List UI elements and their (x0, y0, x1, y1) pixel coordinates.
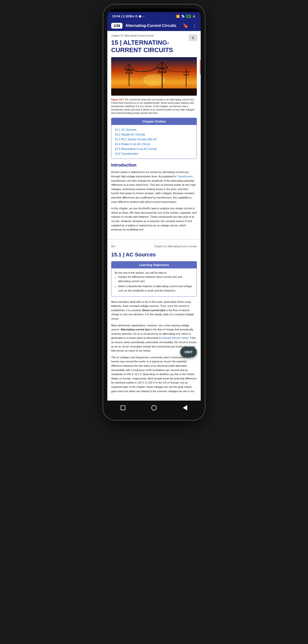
header-title: Alternating-Current Circuits (125, 24, 180, 28)
bookmark-icon[interactable]: 🔖 (183, 23, 189, 28)
ac-bold: Alternating current (ac) (120, 328, 150, 331)
page-footer: 662 Chapter 15 | Alternating-Current Cir… (111, 243, 197, 248)
page-indicator: 1/38 (111, 23, 122, 28)
section-15-1-heading: 15.1 | AC Sources (111, 252, 197, 258)
section-num-5: 15.5 (115, 147, 121, 151)
intro-paragraph-2: In this chapter, we use Kirchhoff's laws… (111, 206, 197, 232)
figure-caption-text: The current we draw into our houses is a… (111, 98, 195, 114)
dc-bold: Direct current (dc) (142, 309, 165, 312)
square-icon (120, 406, 125, 410)
chapter-heading: 15 | ALTERNATING-CURRENT CIRCUITS (111, 39, 197, 54)
svg-rect-2 (129, 64, 129, 86)
svg-rect-11 (158, 72, 167, 72)
section-paragraph-3: The ac voltages and frequencies commonly… (111, 356, 197, 393)
circle-icon (151, 405, 157, 410)
section-num-4: 15.4 (115, 142, 121, 146)
header-bar: 1/38 Alternating-Current Circuits 🔖 ⋮ (107, 20, 201, 31)
svg-rect-4 (125, 73, 132, 74)
learning-intro: By the end of the section, you will be a… (115, 271, 193, 275)
content-area: Chapter 15 | Alternating-Current Circuit… (107, 31, 201, 400)
figure-caption: Figure 15.1 The current we draw into our… (111, 98, 197, 115)
outline-items: 15.1 AC Sources 15.2 Simple AC Circuits … (111, 125, 197, 158)
page-2: 662 Chapter 15 | Alternating-Current Cir… (107, 240, 201, 400)
outline-item-5[interactable]: 15.5 Resonance in an AC Circuit (115, 146, 193, 152)
status-bar: 15:04 | 2.1KB/s ⊙ ◉ ··· 📶 📡 86 ⚡ (107, 12, 201, 20)
chapter-label: Chapter 15 | Alternating-Current Circuit… (111, 34, 197, 37)
phone-frame: 15:04 | 2.1KB/s ⊙ ◉ ··· 📶 📡 86 ⚡ 1/38 Al… (103, 5, 205, 420)
section-15-1-title: AC Sources (126, 252, 156, 258)
footer-page-num: 662 (111, 245, 115, 248)
section-num-3: 15.3 (115, 138, 121, 141)
signal-icon: 📶 (176, 15, 180, 18)
triangle-icon (183, 405, 187, 410)
battery-display: 86 (186, 15, 191, 18)
recent-apps-button[interactable] (119, 404, 127, 412)
status-time-network: 15:04 | 2.1KB/s ⊙ ◉ ··· (112, 14, 145, 18)
chapter-image (111, 57, 197, 96)
svg-rect-19 (111, 88, 197, 96)
header-action-icons: 🔖 ⋮ (183, 23, 197, 28)
outline-item-4[interactable]: 15.4 Power in an AC Circuit (115, 142, 193, 146)
section-num-1: 15.1 (115, 128, 121, 132)
svg-rect-18 (183, 74, 189, 75)
outline-item-2[interactable]: 15.2 Simple AC Circuits (115, 132, 193, 137)
network-speed: 2.1KB/s (123, 14, 134, 18)
learning-objectives-box: Learning Objectives By the end of the se… (111, 261, 197, 296)
charging-icon: ⚡ (192, 15, 196, 18)
page-1: Chapter 15 | Alternating-Current Circuit… (107, 31, 201, 240)
status-icons: 📶 📡 86 ⚡ (176, 15, 196, 18)
induced-electric-fields-link[interactable]: Induced Electric Fields (162, 336, 188, 339)
camera-notch (142, 9, 166, 12)
transformers-link[interactable]: Transformers (177, 175, 193, 178)
learning-item-2: Define characteristic features of altern… (118, 284, 193, 293)
svg-rect-16 (186, 68, 187, 87)
learning-objectives-header: Learning Objectives (111, 262, 197, 268)
section-num-2: 15.2 (115, 133, 121, 136)
more-menu-icon[interactable]: ⋮ (192, 23, 197, 28)
learning-objectives-content: By the end of the section, you will be a… (111, 268, 197, 296)
back-button[interactable] (181, 404, 189, 412)
time-display: 15:04 (112, 14, 120, 18)
section-num-6: 15.6 (115, 152, 121, 156)
section-15-1-num: 15.1 | (111, 252, 126, 258)
chapter-outline-box: Chapter Outline 15.1 AC Sources 15.2 Sim… (111, 118, 197, 159)
section-paragraph-1: Most examples dealt with so far in this … (111, 300, 197, 321)
bottom-navigation (107, 400, 201, 416)
home-button[interactable] (150, 404, 158, 412)
svg-rect-17 (183, 72, 190, 72)
outline-header: Chapter Outline (111, 118, 197, 125)
footer-chapter-label: Chapter 15 | Alternating-Current Circuit… (154, 245, 197, 248)
outline-item-6[interactable]: 15.6 Transformers (115, 152, 193, 156)
intro-paragraph-1: Electric power is delivered to our homes… (111, 170, 197, 204)
learning-list: Explain the differences between direct c… (118, 275, 193, 293)
svg-rect-9 (162, 62, 163, 88)
outline-item-3[interactable]: 15.3 RLC Series Circuits with AC (115, 137, 193, 142)
outline-item-1[interactable]: 15.1 AC Sources (115, 127, 193, 132)
introduction-heading: Introduction (111, 163, 197, 168)
figure-caption-bold: Figure 15.1 (111, 98, 124, 101)
learning-item-1: Explain the differences between direct c… (118, 275, 193, 283)
page-number-badge: 1 (189, 34, 197, 41)
wifi-icon: 📡 (181, 15, 185, 18)
svg-point-1 (143, 74, 165, 86)
phone-screen: 15:04 | 2.1KB/s ⊙ ◉ ··· 📶 📡 86 ⚡ 1/38 Al… (107, 9, 201, 416)
hint-button[interactable]: HINT (180, 347, 197, 357)
scroll-indicator (200, 60, 201, 74)
